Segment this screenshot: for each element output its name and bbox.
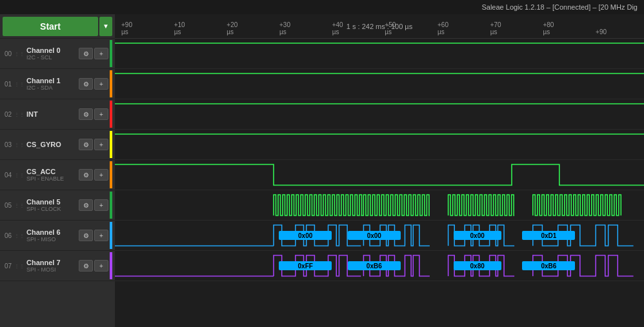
- channel-add-5[interactable]: +: [94, 199, 108, 211]
- wave-row-4: [115, 160, 644, 190]
- channel-num-4: 04: [3, 172, 12, 179]
- channel-add-7[interactable]: +: [94, 260, 108, 272]
- channel-add-2[interactable]: +: [94, 108, 108, 120]
- channel-num-0: 00: [3, 50, 12, 57]
- channel-color-bar-3: [110, 131, 112, 158]
- channel-row-4: 04 ⋮⋮ CS_ACC SPI - ENABLE ⚙ +: [0, 160, 115, 190]
- channel-gear-0[interactable]: ⚙: [79, 48, 93, 59]
- channel-num-6: 06: [3, 232, 12, 239]
- channel-row-6: 06 ⋮⋮ Channel 6 SPI - MISO ⚙ +: [0, 221, 115, 251]
- spi-label-ch6-0: 0x00: [279, 231, 332, 240]
- channel-num-1: 01: [3, 81, 12, 88]
- tick-4: +40 µs: [332, 21, 348, 35]
- channel-add-3[interactable]: +: [94, 139, 108, 150]
- channel-sub-0: I2C - SCL: [26, 54, 79, 61]
- tick-8: +80 µs: [543, 21, 558, 35]
- channel-color-bar-0: [110, 40, 112, 67]
- channel-color-bar-6: [110, 222, 112, 249]
- wave-canvas-1: [115, 69, 644, 99]
- channel-num-7: 07: [3, 263, 12, 270]
- wave-row-7: 0xFF0xB60x800xB6: [115, 251, 644, 281]
- channel-info-5: Channel 5 SPI - CLOCK: [26, 198, 79, 212]
- channel-controls-3: ⚙ +: [79, 139, 108, 150]
- channel-color-bar-4: [110, 161, 112, 188]
- channel-dots-1: ⋮⋮: [14, 81, 25, 87]
- channel-sub-4: SPI - ENABLE: [26, 175, 79, 182]
- channel-dots-4: ⋮⋮: [14, 172, 25, 178]
- timeline-label: 1 s : 242 ms : 100 µs: [347, 23, 412, 30]
- channel-controls-0: ⚙ +: [79, 48, 108, 59]
- wave-canvas-3: [115, 130, 644, 159]
- channel-add-6[interactable]: +: [94, 230, 108, 241]
- channel-dots-2: ⋮⋮: [14, 112, 25, 117]
- channel-name-4: CS_ACC: [26, 168, 79, 175]
- channel-name-7: Channel 7: [26, 259, 79, 266]
- tick-0: +90 µs: [121, 21, 137, 35]
- wave-canvas-5: [115, 190, 644, 220]
- right-panel: 1 s : 242 ms : 100 µs +90 µs+10 µs+20 µs…: [115, 14, 644, 327]
- channel-name-2: INT: [26, 110, 79, 118]
- channel-name-1: Channel 1: [26, 77, 79, 84]
- wave-canvas-2: [115, 99, 644, 129]
- channel-dots-7: ⋮⋮: [14, 263, 25, 269]
- start-dropdown-button[interactable]: ▼: [99, 17, 112, 36]
- channel-color-bar-5: [110, 192, 112, 219]
- channel-gear-3[interactable]: ⚙: [79, 139, 93, 150]
- channel-controls-1: ⚙ +: [79, 78, 108, 90]
- wave-row-2: [115, 99, 644, 130]
- channel-row-7: 07 ⋮⋮ Channel 7 SPI - MOSI ⚙ +: [0, 251, 115, 281]
- wave-canvas-0: [115, 39, 644, 68]
- channel-dots-5: ⋮⋮: [14, 203, 25, 208]
- wave-canvas-4: [115, 160, 644, 190]
- wave-row-6: 0x000x000x000xD1: [115, 221, 644, 251]
- channel-info-2: INT: [26, 110, 79, 118]
- channel-add-4[interactable]: +: [94, 169, 108, 181]
- channel-num-2: 02: [3, 111, 12, 118]
- channel-dots-3: ⋮⋮: [14, 142, 25, 148]
- channels-list: 00 ⋮⋮ Channel 0 I2C - SCL ⚙ + 01 ⋮⋮ Chan…: [0, 39, 115, 281]
- channel-controls-7: ⚙ +: [79, 260, 108, 272]
- spi-label-ch7-3: 0xB6: [522, 261, 575, 270]
- channel-add-0[interactable]: +: [94, 48, 108, 59]
- channel-dots-0: ⋮⋮: [14, 51, 25, 57]
- channel-row-2: 02 ⋮⋮ INT ⚙ +: [0, 99, 115, 130]
- channel-controls-2: ⚙ +: [79, 108, 108, 120]
- tick-7: +70 µs: [490, 21, 506, 35]
- channel-info-4: CS_ACC SPI - ENABLE: [26, 168, 79, 182]
- channel-row-1: 01 ⋮⋮ Channel 1 I2C - SDA ⚙ +: [0, 69, 115, 99]
- channel-add-1[interactable]: +: [94, 78, 108, 90]
- spi-label-ch7-0: 0xFF: [279, 261, 332, 270]
- channel-info-7: Channel 7 SPI - MOSI: [26, 259, 79, 273]
- channel-color-bar-2: [110, 101, 112, 128]
- spi-label-ch6-2: 0x00: [454, 231, 501, 240]
- tick-9: +90: [596, 28, 607, 35]
- channel-info-6: Channel 6 SPI - MISO: [26, 228, 79, 243]
- start-button[interactable]: Start: [3, 17, 98, 36]
- tick-2: +20 µs: [226, 21, 242, 35]
- channel-gear-6[interactable]: ⚙: [79, 230, 93, 241]
- spi-label-ch6-3: 0xD1: [522, 231, 575, 240]
- channel-info-0: Channel 0 I2C - SCL: [26, 46, 79, 61]
- channel-controls-5: ⚙ +: [79, 199, 108, 211]
- channel-name-5: Channel 5: [26, 198, 79, 206]
- channel-gear-4[interactable]: ⚙: [79, 169, 93, 181]
- channel-color-bar-7: [110, 252, 112, 279]
- channel-gear-7[interactable]: ⚙: [79, 260, 93, 272]
- channel-gear-2[interactable]: ⚙: [79, 108, 93, 120]
- tick-1: +10 µs: [174, 21, 190, 35]
- left-panel: Start ▼ 00 ⋮⋮ Channel 0 I2C - SCL ⚙ + 01…: [0, 14, 115, 327]
- channel-sub-6: SPI - MISO: [26, 236, 79, 243]
- channel-num-3: 03: [3, 141, 12, 148]
- channel-color-bar-1: [110, 70, 112, 97]
- waveform-area: 0x000x000x000xD10xFF0xB60x800xB6: [115, 39, 644, 327]
- channel-controls-4: ⚙ +: [79, 169, 108, 181]
- channel-name-0: Channel 0: [26, 46, 79, 54]
- wave-row-5: [115, 190, 644, 221]
- channel-row-3: 03 ⋮⋮ CS_GYRO ⚙ +: [0, 130, 115, 160]
- spi-label-ch7-2: 0x80: [454, 261, 501, 270]
- channel-num-5: 05: [3, 202, 12, 209]
- channel-gear-5[interactable]: ⚙: [79, 199, 93, 211]
- channel-gear-1[interactable]: ⚙: [79, 78, 93, 90]
- channel-sub-5: SPI - CLOCK: [26, 206, 79, 212]
- wave-row-3: [115, 130, 644, 160]
